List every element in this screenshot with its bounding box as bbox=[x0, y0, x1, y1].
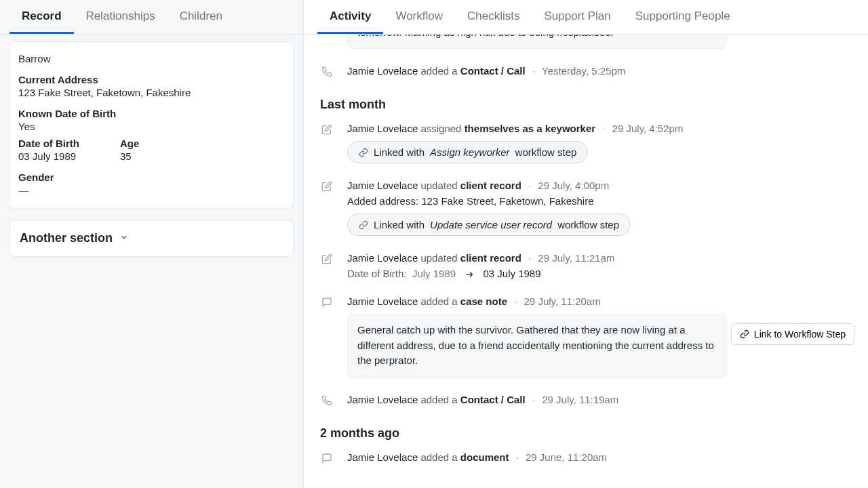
activity-object: client record bbox=[460, 180, 521, 191]
activity-timestamp: 29 July, 11:21am bbox=[538, 252, 614, 264]
tab-support-plan[interactable]: Support Plan bbox=[532, 0, 623, 34]
comment-icon bbox=[320, 451, 334, 464]
tab-relationships[interactable]: Relationships bbox=[74, 0, 167, 34]
actor-name: Jamie Lovelace bbox=[347, 123, 418, 134]
activity-object: Contact / Call bbox=[460, 394, 526, 405]
current-address-value: 123 Fake Street, Faketown, Fakeshire bbox=[18, 87, 285, 98]
timeline-item: Jamie Lovelace assigned themselves as a … bbox=[320, 123, 852, 163]
pill-text-step: Assign keyworker bbox=[430, 146, 510, 158]
dob-value: 03 July 1989 bbox=[18, 150, 79, 162]
tab-record[interactable]: Record bbox=[9, 0, 74, 34]
activity-object: case note bbox=[460, 296, 507, 307]
another-section-toggle[interactable]: Another section bbox=[9, 220, 294, 257]
timeline-group-heading: Last month bbox=[320, 98, 852, 112]
gender-label: Gender bbox=[18, 171, 285, 183]
activity-verb: updated bbox=[420, 180, 457, 191]
activity-timestamp: 29 June, 11:20am bbox=[526, 451, 607, 463]
activity-verb: added a bbox=[420, 394, 457, 405]
activity-verb: added a bbox=[420, 65, 457, 77]
known-dob-value: Yes bbox=[18, 121, 285, 132]
edit-icon bbox=[320, 123, 334, 163]
activity-object: Contact / Call bbox=[460, 65, 526, 77]
dob-new-value: 03 July 1989 bbox=[483, 268, 540, 279]
known-dob-label: Known Date of Birth bbox=[18, 108, 285, 119]
dob-change-label: Date of Birth: bbox=[347, 268, 407, 279]
age-value: 35 bbox=[120, 150, 139, 162]
pill-text-post: workflow step bbox=[557, 219, 619, 230]
activity-verb: updated bbox=[420, 252, 457, 264]
pill-text-pre: Linked with bbox=[374, 146, 425, 158]
timeline-item: was a meeting in the street, not at thei… bbox=[320, 35, 852, 49]
actor-name: Jamie Lovelace bbox=[347, 296, 418, 307]
another-section-title: Another section bbox=[20, 231, 113, 245]
timeline-item: Jamie Lovelace updated client record · 2… bbox=[320, 180, 852, 236]
arrow-right-icon bbox=[464, 270, 475, 279]
edit-icon bbox=[320, 252, 334, 279]
activity-object: document bbox=[460, 451, 509, 463]
tab-checklists[interactable]: Checklists bbox=[455, 0, 532, 34]
left-sidebar: Record Relationships Children Barrow Cur… bbox=[0, 0, 304, 488]
pill-text-pre: Linked with bbox=[374, 219, 425, 230]
activity-object: themselves as a keyworker bbox=[465, 123, 595, 134]
activity-timestamp: 29 July, 11:20am bbox=[524, 296, 601, 307]
activity-timestamp: 29 July, 11:19am bbox=[542, 394, 618, 405]
actor-name: Jamie Lovelace bbox=[347, 451, 418, 463]
right-tabs: Activity Workflow Checklists Support Pla… bbox=[304, 0, 868, 35]
timeline-item: Jamie Lovelace added a Contact / Call · … bbox=[320, 65, 852, 77]
actor-name: Jamie Lovelace bbox=[347, 65, 418, 77]
age-label: Age bbox=[120, 138, 139, 149]
activity-timestamp: 29 July, 4:00pm bbox=[538, 180, 609, 191]
activity-detail: Added address: 123 Fake Street, Faketown… bbox=[347, 195, 852, 207]
actor-name: Jamie Lovelace bbox=[347, 394, 418, 405]
tab-children[interactable]: Children bbox=[167, 0, 235, 34]
city-value: Barrow bbox=[18, 53, 285, 64]
case-note-body: was a meeting in the street, not at thei… bbox=[347, 35, 727, 49]
link-to-workflow-step-button[interactable]: Link to Workflow Step bbox=[731, 323, 854, 345]
linked-workflow-pill[interactable]: Linked with Update service user record w… bbox=[347, 214, 631, 236]
dob-label: Date of Birth bbox=[18, 138, 79, 149]
activity-timestamp: Yesterday, 5:25pm bbox=[542, 65, 625, 77]
current-address-label: Current Address bbox=[18, 74, 285, 85]
timeline-item: Jamie Lovelace added a Contact / Call · … bbox=[320, 394, 852, 406]
link-icon bbox=[359, 148, 368, 157]
left-tabs: Record Relationships Children bbox=[0, 0, 303, 35]
edit-icon bbox=[320, 180, 334, 236]
record-card: Barrow Current Address 123 Fake Street, … bbox=[9, 41, 294, 209]
linked-workflow-pill[interactable]: Linked with Assign keyworker workflow st… bbox=[347, 141, 588, 163]
tab-workflow[interactable]: Workflow bbox=[383, 0, 455, 34]
gender-value: — bbox=[18, 184, 285, 196]
timeline-item: Jamie Lovelace added a document · 29 Jun… bbox=[320, 451, 852, 464]
link-icon bbox=[740, 329, 749, 339]
phone-icon bbox=[320, 65, 334, 77]
link-to-workflow-step-label: Link to Workflow Step bbox=[754, 329, 846, 340]
tab-activity[interactable]: Activity bbox=[317, 0, 383, 34]
timeline-item: Jamie Lovelace updated client record · 2… bbox=[320, 252, 852, 279]
activity-timestamp: 29 July, 4:52pm bbox=[612, 123, 684, 134]
activity-verb: added a bbox=[420, 296, 457, 307]
activity-timeline: was a meeting in the street, not at thei… bbox=[320, 35, 852, 480]
left-body: Barrow Current Address 123 Fake Street, … bbox=[0, 35, 303, 264]
activity-object: client record bbox=[460, 252, 521, 264]
case-note-body: General catch up with the survivor. Gath… bbox=[347, 314, 727, 378]
main-content: Activity Workflow Checklists Support Pla… bbox=[304, 0, 868, 488]
phone-icon bbox=[320, 394, 334, 406]
chevron-down-icon bbox=[119, 231, 129, 245]
pill-text-step: Update service user record bbox=[430, 219, 552, 230]
activity-verb: assigned bbox=[420, 123, 461, 134]
actor-name: Jamie Lovelace bbox=[347, 180, 418, 191]
activity-verb: added a bbox=[420, 451, 457, 463]
dob-old-value: July 1989 bbox=[412, 268, 456, 279]
timeline-group-heading: 2 months ago bbox=[320, 426, 852, 441]
pill-text-post: workflow step bbox=[515, 146, 577, 158]
comment-icon bbox=[320, 296, 334, 378]
link-icon bbox=[359, 220, 368, 230]
tab-supporting-people[interactable]: Supporting People bbox=[623, 0, 743, 34]
actor-name: Jamie Lovelace bbox=[347, 252, 418, 264]
